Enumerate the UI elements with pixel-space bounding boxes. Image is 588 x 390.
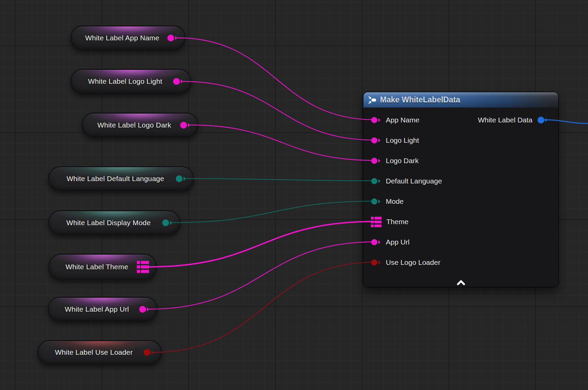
variable-node-app-url[interactable]: White Label App Url: [48, 297, 158, 321]
variable-node-label: White Label Display Mode: [49, 219, 180, 227]
output-pin[interactable]: [139, 305, 150, 313]
node-title: Make WhiteLabelData: [380, 95, 460, 104]
output-pin[interactable]: [175, 175, 186, 183]
struct-pin-icon[interactable]: [137, 261, 149, 273]
output-pin[interactable]: [180, 121, 191, 129]
variable-node-use-loader[interactable]: White Label Use Loader: [37, 340, 162, 365]
output-pin[interactable]: [173, 77, 184, 85]
variable-node-label: White Label Use Loader: [38, 348, 161, 356]
variable-node-app-name[interactable]: White Label App Name: [70, 25, 186, 50]
make-struct-icon: [368, 96, 377, 104]
output-pin[interactable]: [162, 219, 173, 227]
variable-node-logo-dark[interactable]: White Label Logo Dark: [82, 113, 198, 137]
variable-node-default-language[interactable]: White Label Default Language: [48, 166, 194, 191]
output-pin[interactable]: [167, 34, 178, 42]
variable-node-logo-light[interactable]: White Label Logo Light: [70, 69, 191, 94]
variable-node-display-mode[interactable]: White Label Display Mode: [48, 210, 181, 235]
variable-nodes-layer: White Label App Name White Label Logo Li…: [0, 0, 588, 390]
variable-node-label: White Label Default Language: [49, 175, 193, 183]
variable-node-theme[interactable]: White Label Theme: [48, 254, 157, 280]
output-pin[interactable]: [143, 348, 154, 356]
blueprint-canvas[interactable]: White Label App Name White Label Logo Li…: [0, 0, 588, 390]
